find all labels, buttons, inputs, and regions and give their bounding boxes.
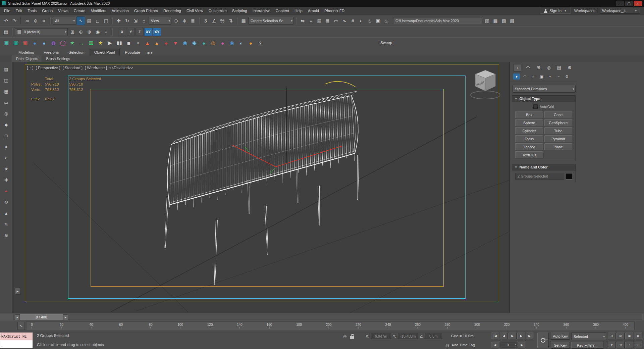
split-panel-icon[interactable]: ◫ [2,76,10,84]
selection-filter-dropdown[interactable]: All ▾ [53,17,76,24]
undo-icon[interactable]: ↶ [2,17,10,25]
globe-sim-icon[interactable]: ◉ [227,39,236,47]
use-pivot-center-icon[interactable]: ⊙ [172,17,180,25]
layer-properties-icon[interactable]: ≡ [102,28,110,36]
go-to-end-button[interactable]: ▶| [526,333,534,339]
spacewarps-category-icon[interactable]: ≈ [555,73,562,80]
ribbon-tab-modeling[interactable]: Modeling [14,49,39,55]
stop-animation-icon[interactable]: ■ [124,39,133,47]
sign-in-button[interactable]: Sign In ▾ [540,8,571,14]
time-slider[interactable]: ◀ 0 / 400 ▶ [0,313,644,321]
star-tool-icon[interactable]: ★ [2,165,10,173]
zoom-region-icon[interactable]: ▩ [634,333,642,339]
close-button[interactable]: × [634,1,642,6]
object-name-field[interactable]: 2 Groups Selected [515,173,564,180]
diamond-tool-icon[interactable]: ◆ [2,120,10,129]
window-crossing-icon[interactable]: ◫ [102,17,110,25]
pause-animation-icon[interactable]: ▮▮ [115,39,124,47]
menu-scripting[interactable]: Scripting [229,7,250,14]
rigid-body-icon[interactable]: ● [40,39,49,47]
motion-tab-icon[interactable]: ◎ [545,64,552,71]
viewport-layout-icon[interactable]: ▤ [2,65,10,73]
select-object-icon[interactable]: ↖ [77,17,85,25]
phoenix-splash-icon[interactable]: ◉ [180,39,190,47]
time-slider-handle[interactable]: 0 / 400 [20,314,63,320]
menu-tools[interactable]: Tools [25,7,39,14]
perspective-viewport[interactable]: [ + ] [ Perspective ] [ Standard ] [ Wir… [13,62,509,313]
menu-edit[interactable]: Edit [13,7,25,14]
create-geosphere-button[interactable]: GeoSphere [544,119,573,126]
select-and-rotate-icon[interactable]: ↻ [123,17,131,25]
ribbon-subtab-brush-settings[interactable]: Brush Settings [42,55,74,62]
orange-ball-icon[interactable]: ● [246,39,255,47]
primitive-category-dropdown[interactable]: Standard Primitives ▾ [513,85,576,93]
axis-constraint-xy-3[interactable]: XY [144,28,152,36]
create-sphere-button[interactable]: Sphere [515,119,543,126]
eye-icon[interactable]: ◐ [237,39,246,47]
select-and-move-icon[interactable]: ✚ [115,17,123,25]
create-plane-button[interactable]: Plane [544,143,573,150]
modify-tab-icon[interactable]: ◠ [524,64,532,71]
create-cone-button[interactable]: Cone [544,111,573,118]
add-selection-to-layer-icon[interactable]: ⊕ [77,28,85,36]
delete-icon[interactable]: × [133,39,143,47]
hierarchy-tab-icon[interactable]: ⊞ [535,64,542,71]
render-setup-icon[interactable]: ♨ [366,17,374,25]
selection-lock-toggle-icon[interactable] [350,336,354,339]
container-icon[interactable]: ▣ [2,39,11,47]
circle-tool-icon[interactable]: ◎ [2,109,10,117]
toggle-scene-explorer-panel-icon[interactable]: ▤ [2,28,10,36]
drop-tool-icon[interactable]: ● [2,187,10,195]
viewport-pov-menu[interactable]: [ Perspective ] [36,66,60,70]
layer-dropdown[interactable]: 0 (default) ▾ [15,28,68,36]
pen-tool-icon[interactable]: ✎ [2,220,10,228]
mirror-icon[interactable]: ⇋ [299,17,307,25]
maxscript-listener-line[interactable]: MAXScript Mi [0,333,33,340]
helpers-category-icon[interactable]: + [547,73,553,80]
time-slider-track[interactable] [13,314,642,320]
ribbon-tab-selection[interactable]: Selection [64,49,89,55]
render-production-icon[interactable]: ♨ [382,17,390,25]
pan-view-icon[interactable]: ✚ [608,342,616,348]
set-key-button[interactable]: Set Key [551,342,570,349]
asset-library-icon[interactable]: ▦ [491,17,499,25]
field-of-view-icon[interactable]: ◔ [625,342,633,348]
create-cylinder-button[interactable]: Cylinder [515,127,543,134]
shaded-sphere-tool-icon[interactable]: ◐ [2,154,10,162]
maxscript-mini-listener[interactable]: MAXScript Mi [0,332,33,348]
toggle-ribbon-icon[interactable]: ▭ [332,17,340,25]
phoenix-fire-preset-icon[interactable]: ▲ [152,39,161,47]
align-icon[interactable]: ≡ [307,17,315,25]
workspace-select[interactable]: Workspace_4 ▾ [600,8,640,14]
z-coord-field[interactable]: 0.0m [425,333,442,339]
autogrid-checkbox[interactable] [533,104,538,109]
phoenix-liquid-icon[interactable]: ● [162,39,171,47]
axis-constraint-z-2[interactable]: Z [136,28,144,36]
isolate-selection-toggle-icon[interactable]: ◎ [341,333,348,340]
previous-key-button[interactable]: ◀ [491,342,499,348]
mini-curve-editor-button[interactable]: ∿ [17,322,25,330]
schematic-view-icon[interactable]: # [349,17,357,25]
box-tool-icon[interactable]: □ [2,132,10,140]
massfx-world-icon[interactable]: ● [30,39,39,47]
unlink-selection-icon[interactable]: ⊘ [32,17,40,25]
help-icon[interactable]: ? [256,39,265,47]
angle-snap-icon[interactable]: ∠ [210,17,218,25]
menu-create[interactable]: Create [71,7,88,14]
select-and-link-icon[interactable]: ∞ [23,17,31,25]
object-type-rollout-header[interactable]: ▾ Object Type [512,95,576,102]
set-keys-button[interactable] [537,333,549,348]
maxscript-listener-input[interactable] [0,340,33,348]
edit-named-selection-sets-icon[interactable]: ▦ [239,17,248,25]
berry-sim-icon[interactable]: ● [218,39,227,47]
ribbon-tab-freeform[interactable]: Freeform [39,49,64,55]
ribbon-tab-populate[interactable]: Populate [120,49,144,55]
zoom-all-icon[interactable]: ⊞ [616,333,625,339]
display-tab-icon[interactable]: ▤ [555,64,563,71]
redo-icon[interactable]: ↷ [10,17,18,25]
zoom-viewport-icon[interactable]: ⊙ [608,333,616,339]
geometry-category-icon[interactable]: ● [513,73,520,80]
phoenix-ocean-icon[interactable]: ◉ [190,39,199,47]
menu-modifiers[interactable]: Modifiers [88,7,109,14]
ribbon-subtab-paint-objects[interactable]: Paint Objects [12,55,42,62]
